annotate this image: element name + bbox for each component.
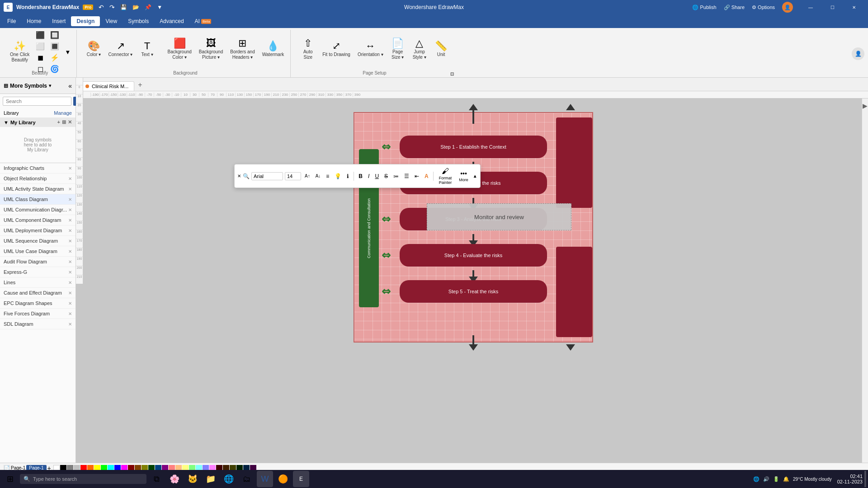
remove-express-g-icon[interactable]: ✕ [68, 270, 72, 275]
remove-five-forces-icon[interactable]: ✕ [68, 311, 72, 316]
notification-icon[interactable]: 🔔 [783, 476, 789, 482]
beautify-style3-button[interactable]: ◼ [34, 52, 47, 63]
panel-collapse-button[interactable]: « [68, 82, 72, 89]
sidebar-item-uml-sequence[interactable]: UML Sequence Diagram ✕ [0, 236, 75, 246]
task-view-button[interactable]: ⧉ [148, 471, 165, 487]
share-button[interactable]: 🔗 Share [724, 5, 745, 10]
font-family-input[interactable] [251, 172, 283, 180]
fit-to-drawing-button[interactable]: ⤢ Fit to Drawing [320, 39, 353, 59]
my-lib-add-icon[interactable]: + [57, 119, 60, 125]
remove-cause-effect-icon[interactable]: ✕ [68, 291, 72, 296]
browser-icon-app[interactable]: 🌸 [166, 471, 183, 487]
align-button[interactable]: ≡ [324, 172, 331, 180]
remove-uml-deployment-icon[interactable]: ✕ [68, 228, 72, 233]
jump-style-button[interactable]: △ JumpStyle ▾ [410, 37, 429, 62]
one-click-beautify-button[interactable]: ✨ One ClickBeautify [7, 39, 32, 65]
beautify-style7-button[interactable]: ⚡ [48, 52, 61, 63]
menu-ai[interactable]: AI Beta [189, 16, 217, 26]
beautify-expand-button[interactable]: ▼ [63, 48, 72, 56]
more-options-button[interactable]: ▼ [155, 3, 164, 11]
menu-symbols[interactable]: Symbols [123, 16, 154, 26]
color-dropdown-button[interactable]: 🎨 Color ▾ [84, 39, 104, 59]
remove-uml-usecase-icon[interactable]: ✕ [68, 249, 72, 254]
maximize-button[interactable]: ☐ [822, 0, 843, 14]
beautify-style2-button[interactable]: ⬜ [34, 41, 47, 52]
step5-box[interactable]: Step 5 - Treat the risks [400, 280, 547, 303]
my-lib-close-icon[interactable]: ✕ [68, 119, 72, 125]
remove-audit-flow-icon[interactable]: ✕ [68, 259, 72, 264]
italic-button[interactable]: I [366, 172, 371, 180]
another-icon[interactable]: 🐱 [184, 471, 201, 487]
right-box-top[interactable] [556, 117, 592, 208]
remove-uml-activity-icon[interactable]: ✕ [68, 187, 72, 192]
sidebar-item-uml-deployment[interactable]: UML Deployment Diagram ✕ [0, 225, 75, 236]
menu-file[interactable]: File [2, 16, 21, 26]
beautify-style1-button[interactable]: ⬛ [34, 30, 47, 40]
network-icon[interactable]: 🌐 [753, 476, 760, 482]
orientation-button[interactable]: ↔ Orientation ▾ [355, 39, 386, 59]
font-size-input[interactable] [285, 172, 301, 180]
sidebar-item-uml-comm[interactable]: UML Communication Diagr... ✕ [0, 205, 75, 215]
sidebar-item-uml-activity[interactable]: UML Activity State Diagram ✕ [0, 184, 75, 194]
beautify-style6-button[interactable]: 🔳 [48, 41, 61, 52]
sidebar-item-five-forces[interactable]: Five Forces Diagram ✕ [0, 309, 75, 319]
strikethrough-button[interactable]: S [382, 172, 390, 180]
font-increase-button[interactable]: A↑ [303, 173, 312, 179]
more-button[interactable]: ••• More [456, 169, 471, 183]
canvas-container[interactable]: Communication and Consultation ⇔ Step 1 … [76, 99, 862, 463]
add-tab-button[interactable]: + [134, 79, 146, 91]
publish-button[interactable]: 🌐 Publish [692, 5, 716, 10]
remove-infographic-icon[interactable]: ✕ [68, 166, 72, 171]
right-panel-icon[interactable]: ▶ [863, 102, 868, 109]
canvas-tab[interactable]: Clinical Risk M... [80, 81, 134, 91]
remove-uml-class-icon[interactable]: ✕ [68, 197, 72, 202]
open-button[interactable]: 📂 [131, 3, 141, 11]
remove-uml-component-icon[interactable]: ✕ [68, 218, 72, 223]
my-lib-collapse[interactable]: ▼ [4, 120, 9, 125]
folder-icon[interactable]: 🗂 [239, 471, 255, 487]
sidebar-item-cause-effect[interactable]: Cause and Effect Diagram ✕ [0, 288, 75, 298]
remove-epc-icon[interactable]: ✕ [68, 301, 72, 306]
borders-headers-button[interactable]: ⊞ Borders andHeaders ▾ [227, 37, 257, 62]
connector-dropdown-button[interactable]: ↗ Connector ▾ [106, 39, 136, 59]
search-input[interactable] [3, 97, 71, 106]
page-setup-expand[interactable]: ⊡ [450, 71, 454, 76]
remove-sdl-icon[interactable]: ✕ [68, 322, 72, 327]
more-info-button[interactable]: ℹ [345, 172, 351, 180]
remove-uml-sequence-icon[interactable]: ✕ [68, 239, 72, 244]
text-color-button[interactable]: A [423, 172, 430, 180]
pin-button[interactable]: 📌 [143, 3, 153, 11]
numbering-button[interactable]: ☰ [402, 172, 411, 180]
font-decrease-button[interactable]: A↓ [314, 173, 323, 179]
underline-button[interactable]: U [373, 172, 381, 180]
close-button[interactable]: ✕ [844, 0, 864, 14]
monitor-review-box[interactable]: Monitor and review [427, 203, 571, 230]
sidebar-item-audit-flow[interactable]: Audit Flow Diagram ✕ [0, 257, 75, 267]
undo-button[interactable]: ↶ [97, 3, 106, 12]
start-button[interactable]: ⊞ [2, 471, 18, 487]
my-lib-settings-icon[interactable]: ⊞ [62, 119, 66, 125]
sidebar-item-uml-class[interactable]: UML Class Diagram ✕ [0, 194, 75, 205]
outdent-button[interactable]: ⇤ [413, 172, 421, 180]
remove-lines-icon[interactable]: ✕ [68, 280, 72, 285]
menu-view[interactable]: View [100, 16, 123, 26]
options-button[interactable]: ⚙ Options [752, 5, 775, 10]
save-button[interactable]: 💾 [118, 3, 129, 11]
menu-insert[interactable]: Insert [47, 16, 71, 26]
sidebar-item-infographic[interactable]: Infographic Charts ✕ [0, 163, 75, 174]
bg-picture-button[interactable]: 🖼 BackgroundPicture ▾ [196, 37, 226, 62]
bg-color-button[interactable]: 🟥 BackgroundColor ▾ [165, 37, 194, 62]
bullets-button[interactable]: ≔ [392, 172, 401, 180]
step4-box[interactable]: Step 4 - Evaluate the risks [400, 244, 547, 267]
word-icon[interactable]: W [257, 471, 273, 487]
chrome-icon[interactable]: 🟠 [275, 471, 291, 487]
remove-object-rel-icon[interactable]: ✕ [68, 176, 72, 181]
drawing-canvas[interactable]: Communication and Consultation ⇔ Step 1 … [354, 112, 593, 343]
show-desktop-button[interactable] [864, 471, 866, 487]
volume-icon[interactable]: 🔊 [763, 476, 769, 482]
clock-display[interactable]: 02:41 02-11-2023 [837, 474, 863, 484]
right-box-bottom[interactable] [556, 247, 592, 337]
auto-size-button[interactable]: ⇧ AutoSize [298, 37, 318, 62]
menu-advanced[interactable]: Advanced [154, 16, 189, 26]
manage-button[interactable]: Manage [54, 110, 72, 116]
